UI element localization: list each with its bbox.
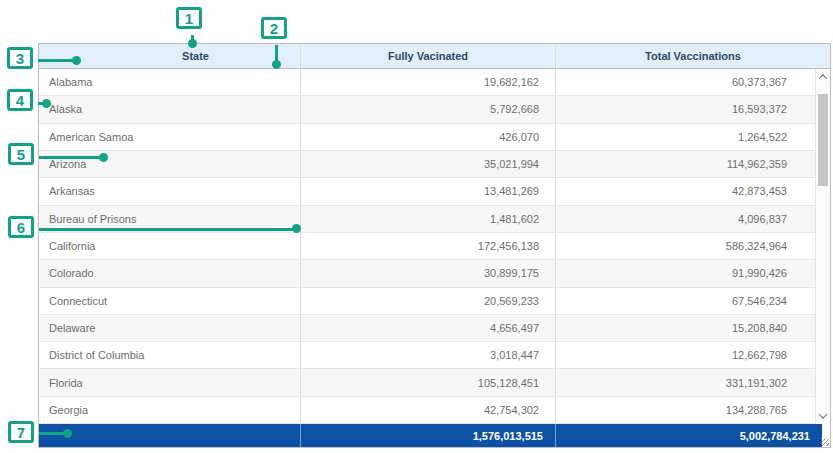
chevron-down-icon: [819, 410, 827, 418]
table-body: Alabama 19,682,162 60,373,367 Alaska 5,7…: [39, 69, 815, 424]
vertical-scrollbar[interactable]: [815, 69, 830, 424]
total-vaccinations-cell: 331,191,302: [555, 369, 815, 395]
table-header: State Fully Vacinated Total Vaccinations: [39, 44, 830, 69]
state-cell: Arizona: [39, 151, 300, 177]
total-vaccinations-cell: 91,990,426: [555, 260, 815, 286]
table-row[interactable]: Alabama 19,682,162 60,373,367: [39, 69, 815, 96]
total-vaccinations-cell: 16,593,372: [555, 96, 815, 122]
table-row[interactable]: Georgia 42,754,302 134,288,765: [39, 397, 815, 424]
scrollbar-thumb[interactable]: [818, 94, 828, 186]
state-cell: American Samoa: [39, 124, 300, 150]
state-cell: Alabama: [39, 69, 300, 95]
table-row[interactable]: Arizona 35,021,994 114,962,359: [39, 151, 815, 178]
total-vaccinations-cell: 114,962,359: [555, 151, 815, 177]
total-vaccinations-cell: 4,096,837: [555, 206, 815, 232]
fully-vaccinated-cell: 19,682,162: [300, 69, 555, 95]
fully-vaccinated-cell: 20,569,233: [300, 288, 555, 314]
state-cell: Colorado: [39, 260, 300, 286]
table-row[interactable]: Colorado 30,899,175 91,990,426: [39, 260, 815, 287]
page: State Fully Vacinated Total Vaccinations…: [0, 0, 833, 453]
total-vaccinations-cell: 586,324,964: [555, 233, 815, 259]
column-header-total-vaccinations[interactable]: Total Vaccinations: [555, 44, 830, 68]
scroll-up-button[interactable]: [816, 69, 830, 85]
total-vaccinations-cell: 1,264,522: [555, 124, 815, 150]
table-row[interactable]: Bureau of Prisons 1,481,602 4,096,837: [39, 206, 815, 233]
state-cell: Arkansas: [39, 178, 300, 204]
fully-vaccinated-cell: 35,021,994: [300, 151, 555, 177]
resize-grip-icon[interactable]: [821, 438, 829, 446]
fully-vaccinated-cell: 1,481,602: [300, 206, 555, 232]
table-row[interactable]: California 172,456,138 586,324,964: [39, 233, 815, 260]
state-cell: Delaware: [39, 315, 300, 341]
state-cell: Connecticut: [39, 288, 300, 314]
callout-1: 1: [176, 7, 202, 29]
fully-vaccinated-cell: 3,018,447: [300, 342, 555, 368]
total-state-cell: [39, 424, 300, 447]
column-header-state[interactable]: State: [39, 44, 300, 68]
total-total-vaccinations-cell: 5,002,784,231: [555, 424, 822, 447]
callout-2: 2: [261, 17, 287, 39]
scroll-down-button[interactable]: [816, 408, 830, 424]
total-vaccinations-cell: 134,288,765: [555, 397, 815, 423]
fully-vaccinated-cell: 4,656,497: [300, 315, 555, 341]
table-row[interactable]: District of Columbia 3,018,447 12,662,79…: [39, 342, 815, 369]
fully-vaccinated-cell: 42,754,302: [300, 397, 555, 423]
state-cell: Alaska: [39, 96, 300, 122]
chevron-up-icon: [819, 74, 827, 82]
table-row[interactable]: American Samoa 426,070 1,264,522: [39, 124, 815, 151]
callout-6: 6: [8, 216, 34, 238]
callout-5: 5: [8, 143, 34, 165]
total-vaccinations-cell: 60,373,367: [555, 69, 815, 95]
table-row[interactable]: Florida 105,128,451 331,191,302: [39, 369, 815, 396]
state-cell: District of Columbia: [39, 342, 300, 368]
total-vaccinations-cell: 12,662,798: [555, 342, 815, 368]
fully-vaccinated-cell: 5,792,668: [300, 96, 555, 122]
callout-4: 4: [7, 89, 33, 111]
state-cell: Georgia: [39, 397, 300, 423]
total-row: 1,576,013,515 5,002,784,231: [39, 424, 822, 447]
callout-7: 7: [8, 421, 34, 443]
state-cell: California: [39, 233, 300, 259]
total-vaccinations-cell: 67,546,234: [555, 288, 815, 314]
table-row[interactable]: Alaska 5,792,668 16,593,372: [39, 96, 815, 123]
column-header-fully-vaccinated[interactable]: Fully Vacinated: [300, 44, 555, 68]
total-fully-vaccinated-cell: 1,576,013,515: [300, 424, 555, 447]
fully-vaccinated-cell: 172,456,138: [300, 233, 555, 259]
fully-vaccinated-cell: 30,899,175: [300, 260, 555, 286]
table-row[interactable]: Arkansas 13,481,269 42,873,453: [39, 178, 815, 205]
callout-3: 3: [7, 47, 33, 69]
fully-vaccinated-cell: 426,070: [300, 124, 555, 150]
total-vaccinations-cell: 42,873,453: [555, 178, 815, 204]
state-cell: Florida: [39, 369, 300, 395]
total-vaccinations-cell: 15,208,840: [555, 315, 815, 341]
vaccination-table: State Fully Vacinated Total Vaccinations…: [38, 43, 831, 448]
fully-vaccinated-cell: 105,128,451: [300, 369, 555, 395]
state-cell: Bureau of Prisons: [39, 206, 300, 232]
table-row[interactable]: Delaware 4,656,497 15,208,840: [39, 315, 815, 342]
fully-vaccinated-cell: 13,481,269: [300, 178, 555, 204]
table-row[interactable]: Connecticut 20,569,233 67,546,234: [39, 288, 815, 315]
